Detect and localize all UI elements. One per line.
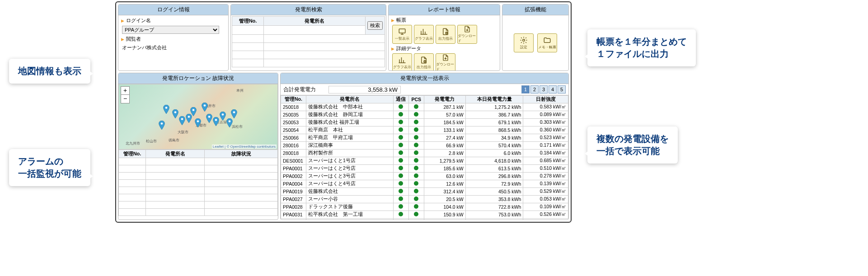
status-dot-icon bbox=[399, 135, 403, 140]
table-row[interactable] bbox=[119, 173, 278, 180]
report-print-button[interactable]: 出力指示 bbox=[436, 25, 455, 44]
map-pin-icon[interactable] bbox=[159, 121, 165, 130]
page-button[interactable]: 3 bbox=[540, 85, 548, 94]
table-row[interactable]: 250018後藤株式会社 中部本社287.1 kW1,275.2 kWh0.58… bbox=[281, 103, 568, 111]
report-list-button[interactable]: 一覧表示 bbox=[392, 25, 412, 44]
map-pin-icon[interactable] bbox=[213, 117, 219, 126]
svg-point-10 bbox=[204, 104, 206, 107]
login-name-label: ログイン名 bbox=[119, 16, 227, 25]
map-attribution: Leaflet | © OpenStreetMap contributors bbox=[212, 145, 277, 149]
table-row[interactable] bbox=[119, 201, 278, 209]
map-pin-icon[interactable] bbox=[163, 105, 169, 114]
table-row[interactable] bbox=[119, 180, 278, 187]
table-row[interactable]: PPA0033松平株式会社 第一工場670.9 kW2,785.8 kWh0.6… bbox=[281, 219, 568, 220]
table-row[interactable]: 250054松平商店 本社133.1 kW868.5 kWh0.360 kW/㎡ bbox=[281, 126, 568, 134]
table-row[interactable] bbox=[119, 187, 278, 194]
table-row[interactable] bbox=[119, 209, 278, 216]
search-name-input[interactable] bbox=[266, 27, 363, 33]
status-dot-icon bbox=[414, 127, 418, 132]
table-row[interactable]: 280016深江橋商事66.9 kW570.4 kWh0.171 kW/㎡ bbox=[281, 142, 568, 150]
status-dot-icon bbox=[414, 104, 418, 109]
map-title: 発電所ロケーション 故障状況 bbox=[118, 73, 278, 84]
svg-point-3 bbox=[523, 39, 525, 42]
search-col-name: 発電所名 bbox=[264, 17, 366, 26]
status-dot-icon bbox=[414, 173, 418, 178]
status-dot-icon bbox=[399, 143, 403, 147]
table-row[interactable] bbox=[119, 165, 278, 173]
status-dot-icon bbox=[399, 120, 403, 124]
svg-point-14 bbox=[229, 120, 231, 122]
detail-download-button[interactable]: ダウンロード bbox=[436, 53, 455, 70]
fault-table: 管理No.発電所名故障状況 bbox=[118, 150, 278, 216]
report-sec1: 帳票 bbox=[389, 16, 499, 24]
status-dot-icon bbox=[399, 112, 403, 117]
bar-chart-icon bbox=[398, 56, 407, 64]
map-pin-icon[interactable] bbox=[202, 103, 208, 112]
map-pin-icon[interactable] bbox=[195, 118, 201, 127]
status-col: 本日発電電力量 bbox=[465, 96, 523, 103]
search-col-no: 管理No. bbox=[232, 17, 264, 26]
file-export-icon bbox=[441, 28, 450, 36]
table-row[interactable]: PPA0019佐藤株式会社312.4 kW450.5 kWh0.529 kW/㎡ bbox=[281, 188, 568, 196]
search-button[interactable]: 検索 bbox=[367, 21, 383, 30]
status-table: 管理No.発電所名通信PCS発電電力本日発電電力量日射強度 250018後藤株式… bbox=[281, 95, 568, 220]
table-row[interactable] bbox=[119, 194, 278, 201]
callout-map: 地図情報も表示 bbox=[9, 59, 90, 84]
map-pin-icon[interactable] bbox=[231, 109, 237, 118]
search-no-input[interactable] bbox=[234, 27, 262, 33]
status-dot-icon bbox=[414, 135, 418, 140]
table-row[interactable]: 250053後藤株式会社 福井工場184.5 kW679.1 kWh0.303 … bbox=[281, 119, 568, 126]
map-panel: 発電所ロケーション 故障状況 + − 本州 福井市 京都市 浜松市 名古屋市 大… bbox=[118, 73, 278, 220]
table-row[interactable]: PPA0028ドラックストア後藤104.0 kW722.8 kWh0.109 k… bbox=[281, 203, 568, 211]
table-row[interactable]: PPA0004スーパーはくと4号店12.6 kW72.9 kWh0.139 kW… bbox=[281, 180, 568, 188]
map-label: 本州 bbox=[236, 88, 244, 93]
callout-alarm: アラームの一括監視が可能 bbox=[9, 149, 90, 186]
settings-button[interactable]: 設定 bbox=[514, 33, 534, 52]
detail-print-button[interactable]: 出力指示 bbox=[414, 53, 434, 70]
table-row[interactable]: PPA0027スーパー小谷20.5 kW353.8 kWh0.053 kW/㎡ bbox=[281, 196, 568, 203]
callout-report: 帳票を１年分まとめて１ファイルに出力 bbox=[587, 29, 696, 66]
app-window: ログイン情報 ログイン名 PPAグループ 閲覧者 オーナンバ株式会社 発電所検索… bbox=[115, 1, 572, 223]
status-dot-icon bbox=[399, 158, 403, 163]
map-label: 北九州市 bbox=[126, 141, 140, 146]
page-button[interactable]: 1 bbox=[521, 85, 530, 94]
login-group-select[interactable]: PPAグループ bbox=[122, 26, 219, 34]
table-row[interactable] bbox=[119, 158, 278, 165]
map-area[interactable]: + − 本州 福井市 京都市 浜松市 名古屋市 大阪市 徳島市 松山市 北九州市… bbox=[118, 84, 278, 150]
status-col: 日射強度 bbox=[523, 96, 568, 103]
table-row[interactable]: 250035後藤株式会社 静岡工場57.0 kW386.7 kWh0.089 k… bbox=[281, 111, 568, 119]
map-pin-icon[interactable] bbox=[220, 112, 226, 121]
map-pin-icon[interactable] bbox=[206, 114, 212, 123]
viewer-value: オーナンバ株式会社 bbox=[119, 43, 227, 52]
zoom-in-button[interactable]: + bbox=[121, 87, 129, 95]
svg-point-8 bbox=[192, 109, 195, 111]
svg-rect-0 bbox=[399, 29, 405, 33]
table-row[interactable]: DES0001スーパーはくと1号店1,279.5 kW4,618.0 kWh0.… bbox=[281, 157, 568, 165]
memo-button[interactable]: メモ・帳票 bbox=[537, 33, 557, 52]
monitor-icon bbox=[398, 28, 407, 36]
map-pin-icon[interactable] bbox=[179, 116, 185, 125]
svg-point-16 bbox=[161, 122, 163, 125]
page-button[interactable]: 5 bbox=[558, 85, 566, 94]
report-sec2: 詳細データ bbox=[389, 45, 499, 52]
status-dot-icon bbox=[414, 181, 418, 186]
page-button[interactable]: 4 bbox=[549, 85, 557, 94]
svg-point-12 bbox=[215, 119, 217, 121]
detail-graph-button[interactable]: グラフ表示 bbox=[392, 53, 412, 70]
table-row[interactable]: PPA0031松平株式会社 第一工場150.9 kW753.0 kWh0.526… bbox=[281, 211, 568, 219]
map-pin-icon[interactable] bbox=[190, 107, 197, 116]
page-button[interactable]: 2 bbox=[530, 85, 539, 94]
svg-point-11 bbox=[208, 116, 211, 118]
report-download-button[interactable]: ダウンロード bbox=[457, 25, 477, 44]
table-row[interactable]: 250066松平商店 甲府工場27.4 kW34.9 kWh0.523 kW/㎡ bbox=[281, 134, 568, 142]
table-row[interactable]: PPA0001スーパーはくと2号店185.6 kW613.5 kWh0.510 … bbox=[281, 165, 568, 173]
zoom-out-button[interactable]: − bbox=[121, 95, 129, 103]
map-pin-icon[interactable] bbox=[226, 118, 233, 127]
search-title: 発電所検索 bbox=[231, 5, 386, 15]
table-row[interactable]: PPA0002スーパーはくと3号店63.0 kW296.8 kWh0.278 k… bbox=[281, 173, 568, 180]
download-icon bbox=[441, 54, 450, 61]
status-dot-icon bbox=[399, 196, 403, 201]
map-pin-icon[interactable] bbox=[172, 109, 178, 118]
report-graph-button[interactable]: グラフ表示 bbox=[414, 25, 434, 44]
table-row[interactable]: 280018西村製作所2.8 kW6.0 kWh0.184 kW/㎡ bbox=[281, 150, 568, 157]
